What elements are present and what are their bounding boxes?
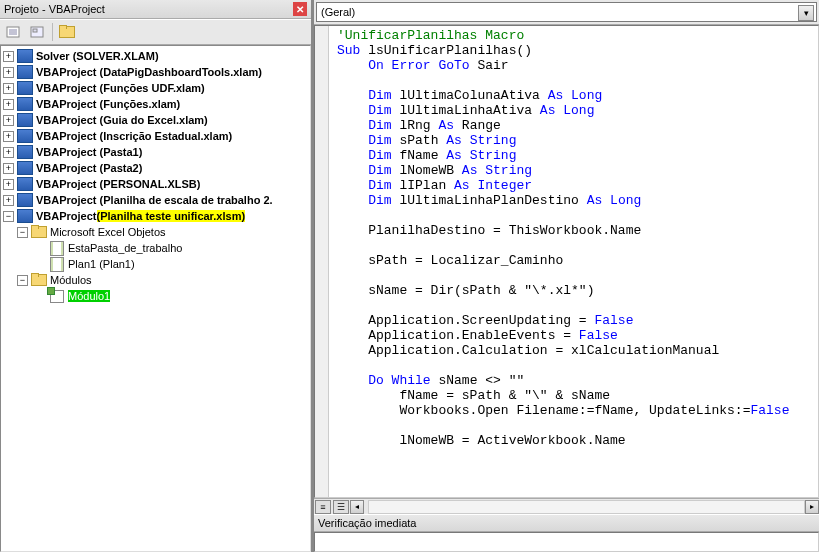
expand-icon[interactable]: + (3, 51, 14, 62)
project-node[interactable]: +VBAProject (Guia do Excel.xlam) (1, 112, 310, 128)
code-editor[interactable]: 'UnificarPlanilhas MacroSub lsUnificarPl… (314, 25, 819, 498)
vbaproject-icon (17, 193, 33, 207)
object-combo-value: (Geral) (321, 6, 355, 18)
code-text[interactable]: 'UnificarPlanilhas MacroSub lsUnificarPl… (329, 26, 818, 497)
object-label: Plan1 (Plan1) (68, 258, 135, 270)
vbaproject-icon (17, 177, 33, 191)
folder-modules[interactable]: −Módulos (1, 272, 310, 288)
code-combobar: (Geral) (314, 0, 819, 25)
folder-icon (59, 25, 75, 39)
folder-toggle-button[interactable] (57, 22, 79, 42)
scroll-left-button[interactable]: ◂ (350, 500, 364, 514)
sheet-icon (49, 241, 65, 255)
vbaproject-icon (17, 65, 33, 79)
project-node-active[interactable]: −VBAProject (Planilha teste unificar.xls… (1, 208, 310, 224)
project-label: VBAProject (Pasta1) (36, 146, 142, 158)
folder-label: Microsoft Excel Objetos (50, 226, 166, 238)
project-node[interactable]: +VBAProject (DataPigDashboardTools.xlam) (1, 64, 310, 80)
project-node[interactable]: +VBAProject (Funções UDF.xlam) (1, 80, 310, 96)
folder-icon (31, 273, 47, 287)
code-margin (315, 26, 329, 497)
vbaproject-icon (17, 209, 33, 223)
project-label: VBAProject (Funções.xlam) (36, 98, 180, 110)
vbaproject-icon (17, 129, 33, 143)
expand-icon[interactable]: + (3, 163, 14, 174)
folder-objects[interactable]: −Microsoft Excel Objetos (1, 224, 310, 240)
immediate-panel-title: Verificação imediata (314, 514, 819, 532)
vbaproject-icon (17, 97, 33, 111)
full-module-view-button[interactable]: ☰ (333, 500, 349, 514)
project-label: VBAProject (Funções UDF.xlam) (36, 82, 205, 94)
expand-icon[interactable]: + (3, 99, 14, 110)
immediate-panel[interactable] (314, 532, 819, 552)
expand-icon[interactable]: + (3, 179, 14, 190)
vbaproject-icon (17, 49, 33, 63)
worksheet-object[interactable]: EstaPasta_de_trabalho (1, 240, 310, 256)
close-icon[interactable]: ✕ (293, 2, 307, 16)
expand-icon[interactable]: + (3, 195, 14, 206)
project-label-name: (Planilha teste unificar.xlsm) (97, 210, 246, 222)
expand-icon[interactable]: + (3, 115, 14, 126)
project-tree[interactable]: +Solver (SOLVER.XLAM)+VBAProject (DataPi… (0, 45, 311, 552)
collapse-icon[interactable]: − (17, 227, 28, 238)
project-node[interactable]: +VBAProject (Inscrição Estadual.xlam) (1, 128, 310, 144)
sheet-icon (49, 257, 65, 271)
expand-icon[interactable]: + (3, 131, 14, 142)
project-label: VBAProject (DataPigDashboardTools.xlam) (36, 66, 262, 78)
scroll-right-button[interactable]: ▸ (805, 500, 819, 514)
hscroll-track[interactable] (368, 500, 805, 514)
project-node[interactable]: +Solver (SOLVER.XLAM) (1, 48, 310, 64)
vbaproject-icon (17, 113, 33, 127)
object-label: EstaPasta_de_trabalho (68, 242, 182, 254)
project-label: Solver (SOLVER.XLAM) (36, 50, 159, 62)
expand-icon[interactable]: + (3, 83, 14, 94)
svg-rect-5 (33, 29, 37, 32)
view-object-button[interactable] (26, 22, 48, 42)
project-node[interactable]: +VBAProject (Pasta1) (1, 144, 310, 160)
expand-icon[interactable]: + (3, 67, 14, 78)
folder-label: Módulos (50, 274, 92, 286)
project-toolbar (0, 19, 311, 45)
vbaproject-icon (17, 81, 33, 95)
collapse-icon[interactable]: − (17, 275, 28, 286)
folder-icon (31, 225, 47, 239)
expand-icon[interactable]: + (3, 147, 14, 158)
code-bottom-bar: ≡ ☰ ◂ ▸ (314, 498, 819, 514)
module-icon (49, 289, 65, 303)
project-node[interactable]: +VBAProject (Planilha de escala de traba… (1, 192, 310, 208)
project-label: VBAProject (Inscrição Estadual.xlam) (36, 130, 232, 142)
project-node[interactable]: +VBAProject (PERSONAL.XLSB) (1, 176, 310, 192)
object-combo[interactable]: (Geral) (316, 2, 817, 22)
project-panel-title-text: Projeto - VBAProject (4, 3, 105, 15)
project-label: VBAProject (Planilha de escala de trabal… (36, 194, 273, 206)
vbaproject-icon (17, 145, 33, 159)
view-code-button[interactable] (2, 22, 24, 42)
project-node[interactable]: +VBAProject (Funções.xlam) (1, 96, 310, 112)
project-label: VBAProject (Guia do Excel.xlam) (36, 114, 208, 126)
module-node[interactable]: Módulo1 (1, 288, 310, 304)
collapse-icon[interactable]: − (3, 211, 14, 222)
project-label-prefix: VBAProject (36, 210, 97, 222)
project-node[interactable]: +VBAProject (Pasta2) (1, 160, 310, 176)
project-label: VBAProject (PERSONAL.XLSB) (36, 178, 200, 190)
module-label: Módulo1 (68, 290, 110, 302)
worksheet-object[interactable]: Plan1 (Plan1) (1, 256, 310, 272)
vbaproject-icon (17, 161, 33, 175)
procedure-view-button[interactable]: ≡ (315, 500, 331, 514)
project-label: VBAProject (Pasta2) (36, 162, 142, 174)
project-panel-title: Projeto - VBAProject ✕ (0, 0, 311, 19)
